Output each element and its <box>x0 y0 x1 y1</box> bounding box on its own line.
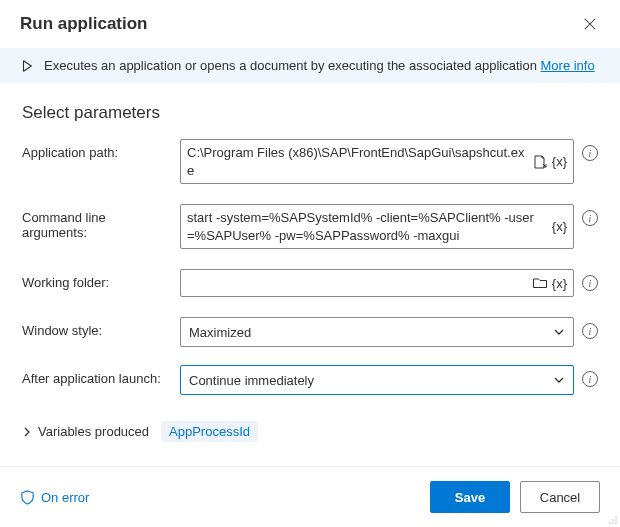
variable-pill[interactable]: AppProcessId <box>161 421 258 442</box>
variables-produced-label: Variables produced <box>38 424 149 439</box>
after-launch-select[interactable]: Continue immediately <box>180 365 574 395</box>
folder-picker-icon[interactable] <box>532 275 548 291</box>
window-style-label: Window style: <box>22 317 172 338</box>
variable-picker-icon[interactable]: {x} <box>552 154 567 169</box>
resize-grip-icon[interactable] <box>608 515 618 525</box>
info-icon[interactable]: i <box>582 210 598 226</box>
save-button[interactable]: Save <box>430 481 510 513</box>
window-style-select[interactable]: Maximized <box>180 317 574 347</box>
svg-point-4 <box>612 522 614 524</box>
section-title: Select parameters <box>0 83 620 133</box>
command-line-arguments-input[interactable]: start -system=%SAPSystemId% -client=%SAP… <box>180 204 574 249</box>
dialog-title: Run application <box>20 14 148 34</box>
on-error-label: On error <box>41 490 89 505</box>
cancel-button[interactable]: Cancel <box>520 481 600 513</box>
window-style-value: Maximized <box>189 325 251 340</box>
svg-point-0 <box>615 516 617 518</box>
info-icon[interactable]: i <box>582 323 598 339</box>
svg-point-2 <box>615 519 617 521</box>
shield-icon <box>20 490 35 505</box>
variable-picker-icon[interactable]: {x} <box>552 219 567 234</box>
svg-point-3 <box>609 522 611 524</box>
close-icon <box>583 17 597 31</box>
info-bar: Executes an application or opens a docum… <box>0 48 620 83</box>
application-path-input[interactable]: C:\Program Files (x86)\SAP\FrontEnd\SapG… <box>180 139 574 184</box>
variable-picker-icon[interactable]: {x} <box>552 276 567 291</box>
play-icon <box>20 59 34 73</box>
on-error-link[interactable]: On error <box>20 490 89 505</box>
after-launch-value: Continue immediately <box>189 373 314 388</box>
variables-produced-toggle[interactable]: Variables produced <box>22 424 149 439</box>
command-line-arguments-label: Command line arguments: <box>22 204 172 240</box>
info-icon[interactable]: i <box>582 371 598 387</box>
chevron-down-icon <box>553 326 565 338</box>
application-path-label: Application path: <box>22 139 172 160</box>
more-info-link[interactable]: More info <box>541 58 595 73</box>
chevron-right-icon <box>22 427 32 437</box>
svg-point-5 <box>615 522 617 524</box>
info-icon[interactable]: i <box>582 145 598 161</box>
file-picker-icon[interactable] <box>532 154 548 170</box>
close-button[interactable] <box>580 14 600 34</box>
svg-point-1 <box>612 519 614 521</box>
working-folder-label: Working folder: <box>22 269 172 290</box>
info-icon[interactable]: i <box>582 275 598 291</box>
info-text: Executes an application or opens a docum… <box>44 58 541 73</box>
chevron-down-icon <box>553 374 565 386</box>
after-launch-label: After application launch: <box>22 365 172 386</box>
working-folder-input[interactable]: {x} <box>180 269 574 297</box>
